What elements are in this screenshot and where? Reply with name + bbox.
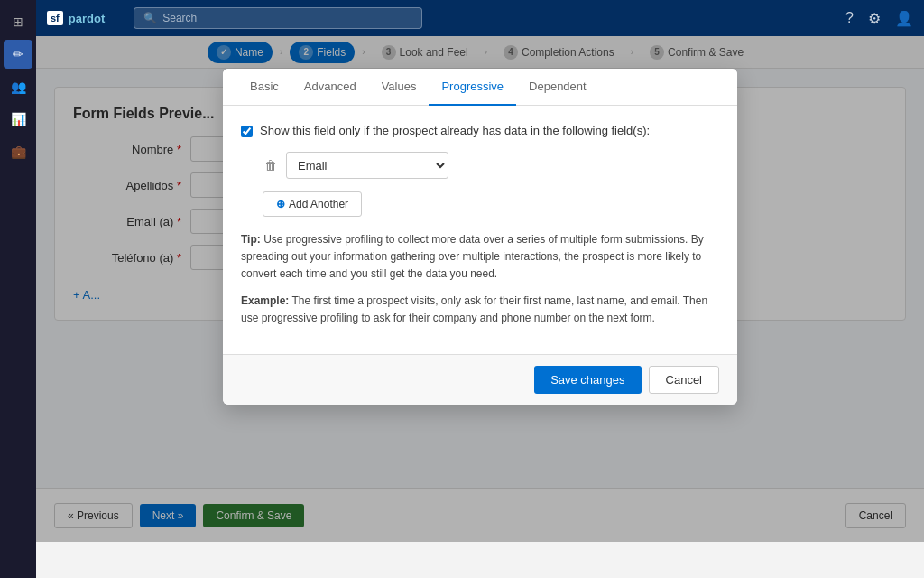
checkbox-label: Show this field only if the prospect alr… — [260, 124, 650, 137]
modal-footer: Save changes Cancel — [223, 354, 737, 405]
delete-field-button[interactable]: 🗑 — [263, 156, 279, 174]
example-text: The first time a prospect visits, only a… — [241, 294, 707, 324]
tab-advanced[interactable]: Advanced — [291, 69, 369, 106]
tab-dependent[interactable]: Dependent — [516, 69, 599, 106]
sidebar-item-people[interactable]: 👥 — [4, 72, 32, 101]
logo-area: sf pardot — [47, 11, 105, 25]
sidebar: ⊞ ✏ 👥 📊 💼 — [0, 0, 36, 578]
nav-icons: ? ⚙ 👤 — [845, 10, 913, 27]
modal-overlay: Basic Advanced Values Progressive Depend… — [36, 36, 924, 542]
example-section: Example: The first time a prospect visit… — [241, 293, 719, 327]
tab-progressive[interactable]: Progressive — [429, 69, 516, 106]
modal-tabs: Basic Advanced Values Progressive Depend… — [223, 69, 737, 106]
tip-section: Tip: Use progressive profiling to collec… — [241, 231, 719, 284]
search-bar[interactable]: 🔍 — [134, 7, 422, 29]
example-prefix: Example: — [241, 294, 289, 307]
settings-icon[interactable]: ⚙ — [868, 10, 881, 27]
plus-icon: ⊕ — [276, 198, 285, 210]
progressive-checkbox[interactable] — [241, 126, 253, 137]
search-input[interactable] — [162, 12, 412, 24]
checkbox-row: Show this field only if the prospect alr… — [241, 124, 719, 137]
field-select-dropdown[interactable]: Email First Name Last Name Company Phone — [286, 152, 448, 179]
tip-prefix: Tip: — [241, 233, 261, 246]
sidebar-item-grid[interactable]: ⊞ — [4, 7, 32, 36]
add-another-label: Add Another — [289, 198, 348, 210]
product-name: pardot — [69, 12, 105, 25]
tab-basic[interactable]: Basic — [237, 69, 291, 106]
modal-body: Show this field only if the prospect alr… — [223, 106, 737, 354]
sidebar-item-edit[interactable]: ✏ — [4, 40, 32, 69]
top-nav: sf pardot 🔍 ? ⚙ 👤 — [36, 0, 924, 36]
field-select-row: 🗑 Email First Name Last Name Company Pho… — [241, 152, 719, 179]
sidebar-item-briefcase[interactable]: 💼 — [4, 137, 32, 166]
sidebar-item-chart[interactable]: 📊 — [4, 105, 32, 134]
add-another-button[interactable]: ⊕ Add Another — [263, 191, 362, 217]
help-icon[interactable]: ? — [845, 10, 854, 26]
save-changes-button[interactable]: Save changes — [534, 366, 641, 394]
search-icon: 🔍 — [143, 12, 157, 24]
tab-values[interactable]: Values — [369, 69, 430, 106]
salesforce-logo: sf — [47, 11, 63, 25]
tip-text: Use progressive profiling to collect mor… — [241, 233, 704, 280]
user-icon[interactable]: 👤 — [895, 10, 913, 27]
cancel-modal-button[interactable]: Cancel — [649, 366, 719, 394]
modal-dialog: Basic Advanced Values Progressive Depend… — [223, 69, 737, 405]
